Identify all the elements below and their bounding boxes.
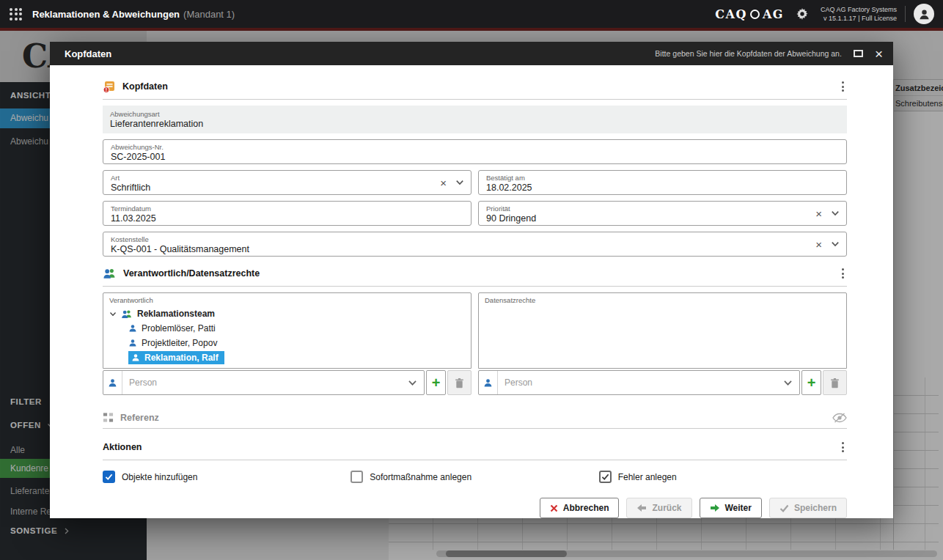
app-window: Reklamationen & Abweichungen (Mandant 1)… bbox=[0, 0, 943, 560]
field-value: 90 Dringend bbox=[486, 213, 823, 224]
kopfdaten-dialog: Kopfdaten Bitte geben Sie hier die Kopfd… bbox=[50, 42, 893, 518]
termindatum-field[interactable]: Termindatum 11.03.2025 bbox=[103, 201, 472, 226]
tree-node-member[interactable]: Problemlöser, Patti bbox=[128, 321, 465, 336]
save-check-icon bbox=[779, 504, 789, 512]
add-person-button[interactable]: + bbox=[801, 370, 821, 395]
eye-off-icon[interactable] bbox=[832, 413, 847, 423]
prioritaet-field[interactable]: Priorität 90 Dringend × bbox=[478, 201, 847, 226]
chevron-down-icon[interactable] bbox=[455, 180, 464, 185]
checkbox-row-fehler: Fehler anlegen bbox=[599, 471, 847, 483]
field-label: Kostenstelle bbox=[111, 235, 823, 243]
referenz-section-icon bbox=[103, 412, 114, 423]
dialog-hint: Bitte geben Sie hier die Kopfdaten der A… bbox=[655, 49, 842, 58]
member-name: Reklamation, Ralf bbox=[144, 353, 219, 363]
person-placeholder: Person bbox=[504, 377, 532, 388]
team-icon bbox=[121, 309, 133, 319]
tree-node-member-selected[interactable]: Reklamation, Ralf bbox=[128, 350, 465, 365]
topbar-divider bbox=[905, 6, 906, 22]
checkbox-label: Objekte hinzufügen bbox=[122, 472, 197, 482]
chevron-down-icon[interactable] bbox=[408, 380, 417, 386]
abbrechen-button[interactable]: Abbrechen bbox=[540, 498, 620, 518]
field-value: 18.02.2025 bbox=[486, 182, 823, 194]
datensatzrechte-panel: Datensatzrechte bbox=[478, 292, 847, 369]
app-title: Reklamationen & Abweichungen bbox=[32, 9, 180, 20]
arrow-left-icon bbox=[636, 504, 647, 512]
add-person-button[interactable]: + bbox=[426, 370, 446, 395]
person-icon bbox=[103, 371, 122, 394]
tree-node-member[interactable]: Projektleiter, Popov bbox=[128, 336, 465, 350]
section-menu-icon[interactable] bbox=[839, 80, 847, 93]
verantwortlich-section-icon bbox=[103, 268, 117, 279]
section-title: Verantwortlich/Datensatzrechte bbox=[123, 268, 260, 279]
chevron-down-icon[interactable] bbox=[831, 241, 840, 247]
person-icon bbox=[128, 324, 137, 333]
abweichungsart-field: Abweichungsart Lieferantenreklamation bbox=[103, 106, 847, 133]
objekte-hinzufuegen-checkbox[interactable] bbox=[103, 471, 115, 483]
bestaetigt-am-field[interactable]: Bestätigt am 18.02.2025 bbox=[478, 170, 847, 195]
panel-label: Verantwortlich bbox=[109, 296, 465, 304]
member-name: Projektleiter, Popov bbox=[142, 338, 217, 348]
abweichungs-nr-field[interactable]: Abweichungs-Nr. SC-2025-001 bbox=[103, 139, 847, 164]
top-bar: Reklamationen & Abweichungen (Mandant 1)… bbox=[0, 0, 943, 28]
field-value: Schriftlich bbox=[111, 182, 447, 194]
tree-node-team[interactable]: Reklamationsteam bbox=[109, 306, 465, 321]
clear-icon[interactable]: × bbox=[815, 239, 822, 250]
chevron-down-icon[interactable] bbox=[831, 210, 840, 216]
field-label: Termindatum bbox=[111, 205, 447, 213]
user-avatar[interactable] bbox=[914, 4, 934, 24]
trash-icon bbox=[455, 377, 464, 388]
sofortmassnahme-anlegen-checkbox[interactable] bbox=[351, 471, 363, 483]
field-label: Bestätigt am bbox=[486, 174, 823, 182]
section-title: Referenz bbox=[120, 413, 159, 423]
section-aktionen-header: Aktionen bbox=[103, 441, 847, 460]
person-combobox[interactable]: Person bbox=[478, 370, 800, 395]
close-icon[interactable]: × bbox=[875, 47, 883, 61]
dialog-title: Kopfdaten bbox=[65, 48, 111, 59]
checkbox-label: Sofortmaßnahme anlegen bbox=[370, 472, 472, 482]
selected-member: Reklamation, Ralf bbox=[128, 351, 224, 364]
chevron-down-icon[interactable] bbox=[783, 380, 793, 386]
section-title: Aktionen bbox=[103, 442, 142, 452]
person-icon bbox=[479, 371, 498, 394]
delete-person-button bbox=[447, 370, 472, 395]
kopfdaten-section-icon bbox=[103, 80, 116, 93]
section-menu-icon[interactable] bbox=[839, 267, 847, 280]
section-menu-icon[interactable] bbox=[839, 441, 847, 454]
person-combobox[interactable]: Person bbox=[103, 370, 425, 395]
person-icon bbox=[128, 339, 137, 347]
checkbox-row-sofortmassnahme: Sofortmaßnahme anlegen bbox=[351, 471, 598, 483]
checkbox-label: Fehler anlegen bbox=[618, 472, 677, 482]
product-name: CAQ AG Factory Systems bbox=[821, 5, 897, 14]
logo-ring-icon bbox=[750, 10, 760, 19]
arrow-right-icon bbox=[710, 504, 720, 512]
field-value: 11.03.2025 bbox=[111, 213, 447, 224]
app-launcher-icon[interactable] bbox=[10, 8, 22, 21]
caq-logo: CAQ AG bbox=[715, 7, 784, 21]
cancel-x-icon bbox=[550, 504, 558, 512]
product-info: CAQ AG Factory Systems v 15.1.1.17 | Ful… bbox=[821, 5, 897, 23]
dialog-body: Kopfdaten Abweichungsart Lieferantenrekl… bbox=[50, 65, 893, 518]
panel-label: Datensatzrechte bbox=[485, 296, 840, 304]
person-placeholder: Person bbox=[129, 377, 157, 388]
checkbox-row-objekte: Objekte hinzufügen bbox=[103, 471, 351, 483]
mandant-label: (Mandant 1) bbox=[183, 9, 235, 20]
speichern-button: Speichern bbox=[769, 498, 847, 518]
fehler-anlegen-checkbox[interactable] bbox=[599, 471, 612, 483]
weiter-button[interactable]: Weiter bbox=[700, 498, 762, 518]
clear-icon[interactable]: × bbox=[440, 177, 447, 188]
trash-icon bbox=[830, 377, 840, 388]
section-title: Kopfdaten bbox=[122, 81, 168, 92]
maximize-icon[interactable] bbox=[854, 50, 863, 57]
product-version: v 15.1.1.17 | Full License bbox=[821, 14, 897, 23]
delete-person-button bbox=[823, 370, 847, 395]
settings-gear-icon[interactable] bbox=[796, 7, 809, 21]
dialog-titlebar: Kopfdaten Bitte geben Sie hier die Kopfd… bbox=[50, 42, 893, 65]
member-name: Problemlöser, Patti bbox=[142, 323, 216, 334]
clear-icon[interactable]: × bbox=[815, 208, 822, 219]
field-label: Art bbox=[111, 174, 447, 182]
team-name: Reklamationsteam bbox=[137, 309, 215, 319]
art-field[interactable]: Art Schriftlich × bbox=[103, 170, 472, 195]
collapse-icon[interactable] bbox=[109, 312, 117, 317]
kostenstelle-field[interactable]: Kostenstelle K-QS-001 - Qualitätsmanagem… bbox=[103, 232, 847, 257]
verantwortlich-tree: Verantwortlich Reklamationsteam Probleml… bbox=[103, 292, 472, 369]
